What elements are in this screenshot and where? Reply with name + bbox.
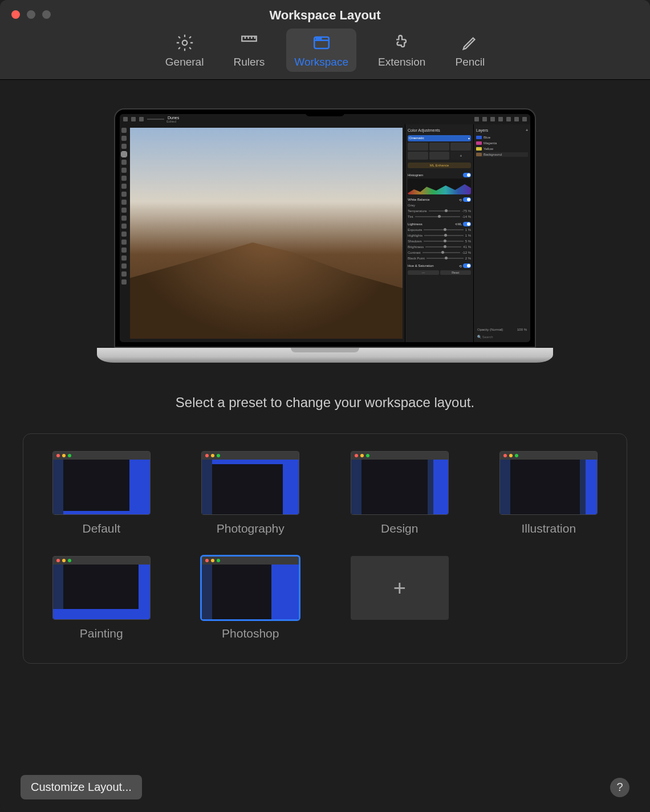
canvas (130, 128, 403, 339)
toolbar-tabs: General Rulers Workspace Extension Penci… (0, 29, 650, 72)
preset-label: Default (82, 522, 120, 535)
svg-point-0 (182, 40, 187, 46)
svg-point-4 (320, 38, 321, 39)
tab-pencil[interactable]: Pencil (447, 29, 493, 72)
preset-painting[interactable]: Painting (40, 556, 162, 640)
close-window-button[interactable] (11, 10, 20, 19)
tab-workspace[interactable]: Workspace (286, 29, 356, 72)
plus-icon: + (351, 556, 449, 620)
titlebar: Workspace Layout General Rulers Workspac… (0, 0, 650, 80)
document-subtitle: Edited (166, 120, 179, 123)
tab-label: General (165, 56, 204, 68)
preset-label: Painting (80, 627, 123, 640)
tab-label: Pencil (455, 56, 485, 68)
preferences-window: Workspace Layout General Rulers Workspac… (0, 0, 650, 812)
window-title: Workspace Layout (0, 0, 650, 23)
ruler-icon (239, 33, 259, 52)
svg-point-2 (316, 38, 317, 39)
window-controls (11, 10, 51, 19)
histogram-title: Histogram (408, 173, 423, 177)
document-title: Dunes (168, 116, 179, 120)
histogram (408, 178, 471, 194)
tab-label: Workspace (294, 56, 348, 68)
preset-design[interactable]: Design (339, 451, 461, 535)
layers-panel: Layers+ Blue Magenta Yellow Background O… (473, 124, 530, 342)
tab-label: Extension (378, 56, 425, 68)
tab-extension[interactable]: Extension (370, 29, 433, 72)
window-icon (312, 33, 331, 52)
preset-photography[interactable]: Photography (190, 451, 312, 535)
preset-label: Design (381, 522, 418, 535)
tab-label: Rulers (233, 56, 265, 68)
svg-point-3 (318, 38, 319, 39)
preset-add[interactable]: + (339, 556, 461, 640)
layers-title: Layers (476, 128, 488, 132)
preset-photoshop[interactable]: Photoshop (190, 556, 312, 640)
preset-label: Photoshop (222, 627, 279, 640)
tab-general[interactable]: General (157, 29, 212, 72)
ml-enhance-button: ML Enhance (408, 163, 471, 168)
panel-title: Color Adjustments (408, 128, 471, 132)
preset-default[interactable]: Default (40, 451, 162, 535)
pencil-icon (460, 33, 480, 52)
color-adjustments-panel: Color Adjustments Cinematic▾ + ML Enhanc… (405, 124, 473, 342)
hue-saturation-title: Hue & Saturation (408, 264, 434, 267)
preset-container: Default Photography (23, 433, 627, 664)
preset-label: Illustration (521, 522, 576, 535)
tool-strip (120, 124, 128, 342)
gear-icon (175, 33, 194, 52)
preset-illustration[interactable]: Illustration (488, 451, 610, 535)
preset-dropdown: Cinematic▾ (408, 135, 471, 141)
instruction-text: Select a preset to change your workspace… (23, 395, 627, 411)
minimize-window-button[interactable] (27, 10, 35, 19)
lightness-title: Lightness (408, 222, 422, 226)
white-balance-title: White Balance (408, 198, 430, 201)
tab-rulers[interactable]: Rulers (225, 29, 273, 72)
workspace-preview: Dunes Edited (114, 108, 536, 363)
zoom-window-button[interactable] (42, 10, 51, 19)
preset-label: Photography (217, 522, 285, 535)
help-button[interactable]: ? (610, 778, 629, 797)
content-area: Dunes Edited (0, 80, 650, 687)
footer: Customize Layout... ? (0, 775, 650, 799)
customize-layout-button[interactable]: Customize Layout... (21, 775, 142, 799)
puzzle-icon (392, 33, 412, 52)
